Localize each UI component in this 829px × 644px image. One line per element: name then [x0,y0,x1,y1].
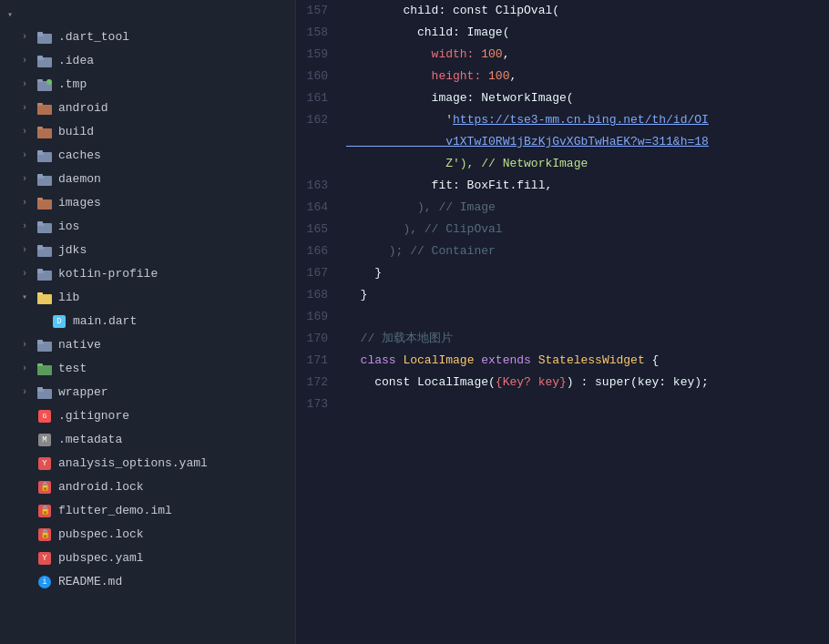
code-line-14: 169 [296,306,829,328]
svg-rect-31 [37,292,43,295]
tree-item-wrapper[interactable]: ›wrapper [0,381,295,404]
tree-item-lib[interactable]: ▾lib [0,286,295,310]
icon-analysis_options: Y [36,455,53,472]
svg-rect-11 [37,128,52,138]
label-metadata: .metadata [58,430,122,450]
line-content-12: } [346,262,829,284]
tree-item-readme[interactable]: iREADME.md [0,570,295,594]
file-explorer: ▾ ›.dart_tool›.idea›.tmp›android›build›c… [0,0,296,644]
line-number-9: 164 [296,197,346,219]
svg-rect-5 [37,56,43,58]
tree-item-tmp[interactable]: ›.tmp [0,73,295,97]
svg-rect-20 [37,198,43,200]
chevron-dart_tool: › [22,27,36,47]
icon-android_lock: 🔒 [36,479,53,496]
code-line-9: 164 ), // Image [296,197,829,219]
tree-item-main_dart[interactable]: Dmain.dart [0,310,295,333]
line-content-16: class LocalImage extends StatelessWidget… [346,350,829,372]
line-number-14: 169 [296,306,346,328]
code-line-16: 171 class LocalImage extends StatelessWi… [296,350,829,372]
icon-ios [36,219,53,235]
tree-item-ios[interactable]: ›ios [0,215,295,239]
icon-daemon [36,171,53,188]
chevron-caches: › [22,146,36,166]
tree-item-test[interactable]: ›test [0,357,295,381]
line-number-15: 170 [296,328,346,350]
line-number-2: 159 [296,44,346,66]
svg-rect-26 [37,245,43,248]
line-content-4: image: NetworkImage( [346,87,829,109]
label-main_dart: main.dart [73,312,137,332]
tree-item-analysis_options[interactable]: Yanalysis_options.yaml [0,452,295,475]
explorer-root[interactable]: ▾ [0,4,295,26]
tree-item-caches[interactable]: ›caches [0,144,295,168]
tree-item-gitignore[interactable]: G.gitignore [0,404,295,428]
line-number-3: 160 [296,66,346,87]
label-lib: lib [58,288,79,308]
code-line-3: 160 height: 100, [296,66,829,87]
svg-point-8 [46,79,52,85]
line-content-7: Z'), // NetworkImage [346,153,829,175]
line-content-3: height: 100, [346,66,829,87]
tree-item-metadata[interactable]: M.metadata [0,428,295,452]
line-number-0: 157 [296,0,346,22]
chevron-ios: › [22,217,36,237]
code-line-18: 173 [296,394,829,415]
code-line-15: 170 // 加载本地图片 [296,328,829,350]
tree-item-images[interactable]: ›images [0,191,295,215]
tree-item-dart_tool[interactable]: ›.dart_tool [0,26,295,49]
code-line-2: 159 width: 100, [296,44,829,66]
chevron-android: › [22,98,36,118]
svg-rect-9 [37,105,52,115]
svg-rect-29 [37,269,43,271]
svg-rect-36 [37,365,52,375]
icon-wrapper [36,384,53,401]
tree-item-daemon[interactable]: ›daemon [0,168,295,191]
label-dart_tool: .dart_tool [58,27,129,47]
svg-rect-32 [38,296,51,303]
code-line-5: 162 'https://tse3-mm.cn.bing.net/th/id/O… [296,109,829,131]
svg-rect-35 [37,340,43,342]
line-content-17: const LocalImage({Key? key}) : super(key… [346,372,829,394]
line-content-11: ); // Container [346,240,829,262]
svg-rect-7 [37,79,43,82]
tree-item-pubspec_yaml[interactable]: Ypubspec.yaml [0,547,295,570]
line-content-6: v1XTwI0RW1jBzKjGvXGbTwHaEK?w=311&h=18 [346,131,829,153]
tree-item-build[interactable]: ›build [0,120,295,144]
line-content-5: 'https://tse3-mm.cn.bing.net/th/id/OI [346,109,829,131]
line-number-4: 161 [296,87,346,109]
code-line-11: 166 ); // Container [296,240,829,262]
file-tree: ›.dart_tool›.idea›.tmp›android›build›cac… [0,26,295,594]
line-number-5: 162 [296,109,346,131]
icon-pubspec_lock: 🔒 [36,526,53,543]
svg-rect-2 [37,32,43,35]
chevron-lib: ▾ [22,288,36,308]
tree-item-kotlin_profile[interactable]: ›kotlin-profile [0,262,295,286]
tree-item-idea[interactable]: ›.idea [0,49,295,73]
line-content-8: fit: BoxFit.fill, [346,175,829,197]
tree-item-pubspec_lock[interactable]: 🔒pubspec.lock [0,523,295,547]
line-number-16: 171 [296,350,346,372]
line-number-18: 173 [296,394,346,415]
chevron-daemon: › [22,169,36,189]
chevron-kotlin_profile: › [22,264,36,284]
line-number-1: 158 [296,22,346,44]
tree-item-android_lock[interactable]: 🔒android.lock [0,475,295,499]
tree-item-flutter_demo_iml[interactable]: 🔒flutter_demo.iml [0,499,295,523]
code-line-0: 157 child: const ClipOval( [296,0,829,22]
label-images: images [58,193,101,213]
label-flutter_demo_iml: flutter_demo.iml [58,501,172,521]
tree-item-android[interactable]: ›android [0,97,295,120]
label-pubspec_yaml: pubspec.yaml [58,548,144,568]
icon-android [36,100,53,117]
icon-images [36,195,53,211]
tree-item-jdks[interactable]: ›jdks [0,239,295,262]
line-content-0: child: const ClipOval( [346,0,829,22]
svg-rect-19 [37,199,52,210]
tree-item-native[interactable]: ›native [0,333,295,357]
line-content-1: child: Image( [346,22,829,44]
svg-rect-40 [37,387,43,390]
icon-gitignore: G [36,408,53,424]
svg-rect-15 [37,150,43,153]
icon-flutter_demo_iml: 🔒 [36,503,53,519]
